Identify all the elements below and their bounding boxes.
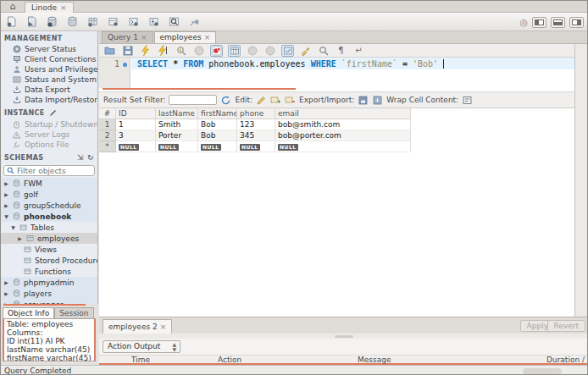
tab-session[interactable]: Session — [54, 307, 93, 319]
open-script-icon[interactable] — [25, 14, 39, 29]
column-header-time[interactable]: Time — [131, 356, 150, 364]
open-file-icon[interactable] — [103, 45, 116, 57]
chevron-right-icon[interactable]: ▶ — [3, 290, 9, 296]
toggle-stop-on-error-icon[interactable] — [210, 45, 223, 57]
tree-item-schema-players[interactable]: ▶players — [1, 288, 97, 299]
cell-null[interactable]: NULL — [198, 141, 237, 152]
tree-item-tables[interactable]: ▼Tables — [1, 222, 97, 233]
refresh-icon[interactable] — [220, 95, 231, 106]
tab-object-info[interactable]: Object Info — [3, 307, 54, 319]
tree-item-schema-phonebook[interactable]: ▼phonebook — [1, 211, 97, 222]
tree-item-schema-phpmyadmin[interactable]: ▶phpmyadmin — [1, 277, 97, 288]
cell-null[interactable]: NULL — [275, 141, 411, 152]
chevron-right-icon[interactable]: ▶ — [3, 180, 9, 186]
chevron-right-icon[interactable]: ▶ — [3, 191, 9, 197]
create-table-icon[interactable] — [86, 14, 100, 29]
table-row[interactable]: 2 3 Porter Bob 345 bob@porter.com — [99, 130, 574, 141]
sql-code-editor[interactable]: 1 SELECT*FROMphonebook.employeesWHERE`fi… — [99, 58, 574, 88]
tree-item-functions[interactable]: Functions — [1, 266, 97, 277]
tab-query-1[interactable]: Query 1× — [102, 31, 153, 43]
inspector-icon[interactable] — [45, 14, 59, 29]
toggle-autocommit-icon[interactable] — [281, 45, 294, 57]
explain-icon[interactable] — [175, 45, 187, 57]
delete-row-icon[interactable] — [285, 95, 296, 106]
toggle-word-wrap-icon[interactable]: ↵ — [352, 45, 365, 57]
import-records-icon[interactable] — [372, 95, 383, 106]
reconnect-dbms-icon[interactable] — [187, 14, 202, 29]
schema-filter[interactable] — [3, 165, 95, 176]
toggle-invisible-characters-icon[interactable]: ¶ — [335, 45, 347, 57]
tab-close-icon[interactable]: × — [141, 33, 147, 41]
toggle-left-panel-button[interactable] — [532, 17, 546, 28]
cell-null[interactable]: NULL — [237, 141, 275, 152]
column-header-lastname[interactable]: lastName — [156, 108, 198, 119]
result-filter-input[interactable] — [169, 95, 217, 105]
sidebar-item-startup-shutdown[interactable]: Startup / Shutdown — [1, 119, 97, 130]
sidebar-item-data-export[interactable]: Data Export — [1, 85, 97, 95]
sidebar-item-server-status[interactable]: Server Status — [1, 44, 97, 54]
sidebar-item-data-import[interactable]: Data Import/Restore — [1, 95, 97, 105]
create-function-icon[interactable] — [147, 14, 161, 29]
cell-id[interactable]: 3 — [116, 130, 156, 141]
table-row[interactable]: 1 1 Smith Bob 123 bob@smith.com — [99, 119, 574, 130]
sidebar-item-server-logs[interactable]: Server Logs — [1, 130, 97, 140]
sidebar-item-client-connections[interactable]: Client Connections — [1, 54, 97, 64]
tree-item-schema-fwm[interactable]: ▶FWM — [1, 178, 97, 189]
cell-id[interactable]: 1 — [116, 119, 156, 130]
tab-close-icon[interactable]: × — [204, 33, 211, 41]
output-selector-dropdown[interactable]: Action Output ▲▼ — [103, 340, 180, 353]
column-header-phone[interactable]: phone — [237, 108, 275, 119]
toggle-bottom-panel-button[interactable] — [551, 17, 565, 28]
revert-button[interactable]: Revert — [547, 320, 585, 332]
cell-email[interactable]: bob@smith.com — [275, 119, 411, 130]
tab-close-icon[interactable]: × — [160, 323, 167, 331]
cell-lastname[interactable]: Smith — [156, 119, 198, 130]
column-header-action[interactable]: Action — [218, 356, 241, 364]
create-schema-icon[interactable] — [65, 14, 80, 29]
wrap-cell-content-icon[interactable] — [462, 95, 473, 106]
create-procedure-icon[interactable] — [126, 14, 141, 29]
toggle-limit-rows-icon[interactable] — [228, 45, 241, 57]
spinner-icon[interactable]: ▲▼ — [172, 342, 176, 352]
sidebar-item-options-file[interactable]: Options File — [1, 140, 97, 150]
cell-firstname[interactable]: Bob — [198, 130, 237, 141]
chevron-right-icon[interactable]: ▶ — [3, 202, 9, 208]
column-header-email[interactable]: email — [275, 108, 411, 119]
chevron-down-icon[interactable]: ▼ — [10, 224, 16, 230]
connection-tab-close-icon[interactable]: × — [60, 3, 67, 12]
execute-query-icon[interactable] — [139, 45, 152, 57]
cell-lastname[interactable]: Porter — [156, 130, 198, 141]
column-header-firstname[interactable]: firstName — [198, 108, 237, 119]
cell-null[interactable]: NULL — [116, 141, 156, 152]
add-row-icon[interactable] — [270, 95, 281, 106]
schemas-refresh-icon[interactable]: ↻ — [87, 153, 94, 162]
tree-item-table-employees[interactable]: ▶employees — [1, 233, 97, 244]
sidebar-item-users-privileges[interactable]: Users and Privileges — [1, 64, 97, 74]
find-icon[interactable] — [317, 45, 330, 57]
edit-record-icon[interactable] — [256, 95, 267, 106]
column-header-id[interactable]: ID — [116, 108, 156, 119]
cell-null[interactable]: NULL — [156, 141, 198, 152]
connection-tab[interactable]: Linode× — [25, 2, 74, 13]
column-header-duration[interactable]: Duration / Fetch — [546, 356, 588, 364]
save-icon[interactable] — [121, 45, 134, 57]
chevron-right-icon[interactable]: ▶ — [3, 279, 9, 285]
table-new-row[interactable]: * NULL NULL NULL NULL NULL — [99, 141, 574, 152]
execute-current-statement-icon[interactable] — [157, 45, 169, 57]
cell-phone[interactable]: 123 — [237, 119, 275, 130]
tab-result-employees-2[interactable]: employees 2× — [103, 319, 172, 334]
column-header-message[interactable]: Message — [358, 356, 391, 364]
tree-item-schema-golf[interactable]: ▶golf — [1, 189, 97, 200]
cell-email[interactable]: bob@porter.com — [275, 130, 411, 141]
beautify-sql-icon[interactable] — [299, 45, 312, 57]
tree-item-views[interactable]: Views — [1, 244, 97, 255]
cell-phone[interactable]: 345 — [237, 130, 275, 141]
scrollbar-thumb[interactable] — [523, 368, 562, 374]
chevron-down-icon[interactable]: ▼ — [3, 213, 9, 219]
toggle-right-panel-button[interactable] — [569, 17, 584, 28]
splitter-grip[interactable] — [335, 335, 353, 338]
sidebar-item-status-system-variables[interactable]: Status and System Variables — [1, 74, 97, 85]
column-header-rownum[interactable]: # — [99, 108, 116, 119]
instance-config-icon[interactable] — [48, 108, 58, 118]
tree-item-stored-procedures[interactable]: Stored Procedures — [1, 255, 97, 266]
